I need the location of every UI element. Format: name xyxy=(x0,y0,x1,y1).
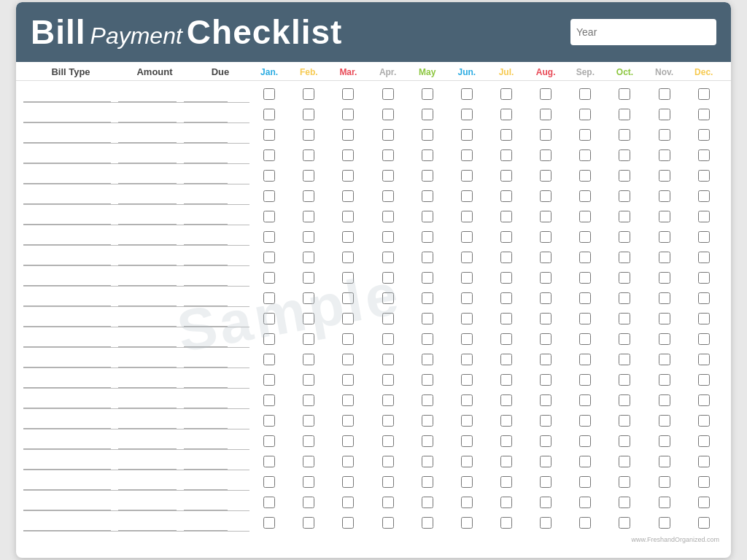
checkbox-dec[interactable] xyxy=(698,231,710,243)
checkbox-jan[interactable] xyxy=(263,190,275,202)
checkbox-may[interactable] xyxy=(422,88,433,100)
checkbox-oct[interactable] xyxy=(619,394,630,406)
checkbox-row[interactable] xyxy=(249,125,724,145)
checkbox-jul[interactable] xyxy=(500,313,512,324)
checkbox-nov[interactable] xyxy=(659,231,670,243)
checkbox-may[interactable] xyxy=(422,354,433,365)
checkbox-oct[interactable] xyxy=(619,129,630,141)
checkbox-dec[interactable] xyxy=(698,435,710,447)
checkbox-sep[interactable] xyxy=(579,231,591,243)
checkbox-aug[interactable] xyxy=(540,476,551,488)
checkbox-nov[interactable] xyxy=(659,435,670,447)
checkbox-sep[interactable] xyxy=(579,435,591,447)
checkbox-row[interactable] xyxy=(249,104,724,125)
checkbox-jan[interactable] xyxy=(263,252,275,263)
checkbox-apr[interactable] xyxy=(382,88,394,100)
checkbox-apr[interactable] xyxy=(382,272,394,284)
checkbox-may[interactable] xyxy=(422,517,433,529)
checkbox-jun[interactable] xyxy=(461,252,473,263)
checkbox-may[interactable] xyxy=(422,109,433,120)
checkbox-sep[interactable] xyxy=(579,170,591,182)
checkbox-jan[interactable] xyxy=(263,129,275,141)
checkbox-mar[interactable] xyxy=(342,109,354,120)
checkbox-jun[interactable] xyxy=(461,456,473,467)
checkbox-row[interactable] xyxy=(249,145,724,166)
checkbox-mar[interactable] xyxy=(342,211,354,222)
checkbox-jun[interactable] xyxy=(461,292,473,304)
checkbox-oct[interactable] xyxy=(619,476,630,488)
checkbox-nov[interactable] xyxy=(659,252,670,263)
checkbox-jul[interactable] xyxy=(500,435,512,447)
checkbox-jan[interactable] xyxy=(263,333,275,345)
checkbox-row[interactable] xyxy=(249,227,724,247)
checkbox-jul[interactable] xyxy=(500,476,512,488)
checkbox-dec[interactable] xyxy=(698,109,710,120)
checkbox-oct[interactable] xyxy=(619,517,630,529)
checkbox-oct[interactable] xyxy=(619,88,630,100)
checkbox-dec[interactable] xyxy=(698,476,710,488)
checkbox-mar[interactable] xyxy=(342,129,354,141)
checkbox-sep[interactable] xyxy=(579,292,591,304)
checkbox-aug[interactable] xyxy=(540,129,551,141)
checkbox-row[interactable] xyxy=(249,84,724,104)
checkbox-jul[interactable] xyxy=(500,394,512,406)
checkbox-sep[interactable] xyxy=(579,456,591,467)
checkbox-nov[interactable] xyxy=(659,149,670,161)
checkbox-apr[interactable] xyxy=(382,333,394,345)
checkbox-aug[interactable] xyxy=(540,149,551,161)
checkbox-row[interactable] xyxy=(249,349,724,370)
checkbox-dec[interactable] xyxy=(698,374,710,386)
checkbox-mar[interactable] xyxy=(342,394,354,406)
checkbox-oct[interactable] xyxy=(619,211,630,222)
checkbox-jun[interactable] xyxy=(461,272,473,284)
checkbox-feb[interactable] xyxy=(303,497,314,508)
checkbox-apr[interactable] xyxy=(382,435,394,447)
checkbox-jan[interactable] xyxy=(263,435,275,447)
checkbox-dec[interactable] xyxy=(698,252,710,263)
checkbox-sep[interactable] xyxy=(579,149,591,161)
checkbox-apr[interactable] xyxy=(382,211,394,222)
checkbox-jun[interactable] xyxy=(461,129,473,141)
checkbox-apr[interactable] xyxy=(382,354,394,365)
checkbox-jun[interactable] xyxy=(461,149,473,161)
checkbox-aug[interactable] xyxy=(540,374,551,386)
checkbox-may[interactable] xyxy=(422,394,433,406)
checkbox-nov[interactable] xyxy=(659,170,670,182)
checkbox-nov[interactable] xyxy=(659,476,670,488)
checkbox-feb[interactable] xyxy=(303,415,314,427)
checkbox-jun[interactable] xyxy=(461,435,473,447)
checkbox-sep[interactable] xyxy=(579,109,591,120)
checkbox-jan[interactable] xyxy=(263,272,275,284)
checkbox-may[interactable] xyxy=(422,497,433,508)
checkbox-row[interactable] xyxy=(249,206,724,227)
checkbox-jun[interactable] xyxy=(461,517,473,529)
checkbox-dec[interactable] xyxy=(698,497,710,508)
checkbox-sep[interactable] xyxy=(579,88,591,100)
checkbox-mar[interactable] xyxy=(342,231,354,243)
checkbox-jan[interactable] xyxy=(263,456,275,467)
checkbox-feb[interactable] xyxy=(303,517,314,529)
checkbox-oct[interactable] xyxy=(619,170,630,182)
checkbox-apr[interactable] xyxy=(382,517,394,529)
checkbox-apr[interactable] xyxy=(382,252,394,263)
checkbox-row[interactable] xyxy=(249,329,724,349)
checkbox-jul[interactable] xyxy=(500,252,512,263)
checkbox-jul[interactable] xyxy=(500,109,512,120)
checkbox-nov[interactable] xyxy=(659,272,670,284)
checkbox-oct[interactable] xyxy=(619,109,630,120)
checkbox-jan[interactable] xyxy=(263,292,275,304)
checkbox-sep[interactable] xyxy=(579,394,591,406)
checkbox-nov[interactable] xyxy=(659,517,670,529)
checkbox-nov[interactable] xyxy=(659,456,670,467)
checkbox-may[interactable] xyxy=(422,190,433,202)
checkbox-sep[interactable] xyxy=(579,252,591,263)
checkbox-aug[interactable] xyxy=(540,272,551,284)
checkbox-nov[interactable] xyxy=(659,415,670,427)
checkbox-mar[interactable] xyxy=(342,272,354,284)
checkbox-feb[interactable] xyxy=(303,129,314,141)
checkbox-jul[interactable] xyxy=(500,374,512,386)
checkbox-nov[interactable] xyxy=(659,313,670,324)
checkbox-jan[interactable] xyxy=(263,170,275,182)
checkbox-jan[interactable] xyxy=(263,313,275,324)
checkbox-oct[interactable] xyxy=(619,292,630,304)
